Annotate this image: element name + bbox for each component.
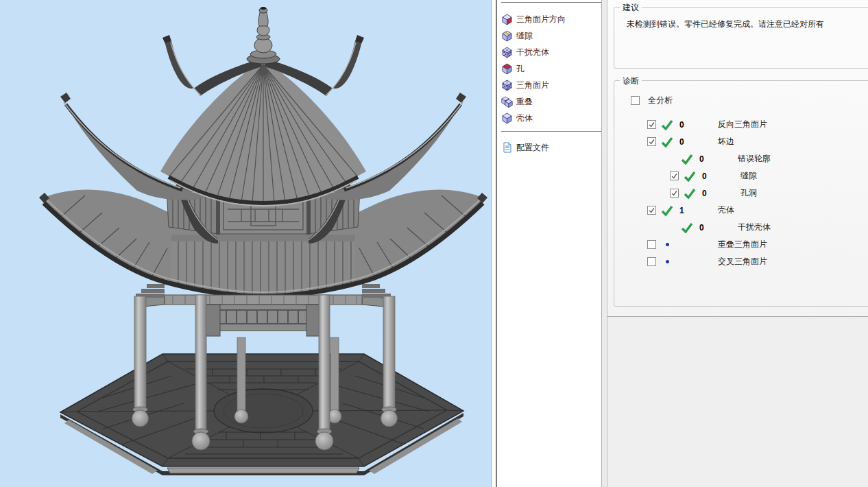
diagnosis-rows: 0 反向三角面片 0 坏边 0 错误轮廓 bbox=[614, 106, 868, 270]
sidebar-divider bbox=[501, 131, 601, 132]
ok-check-icon bbox=[684, 188, 696, 199]
row-checkbox[interactable] bbox=[670, 189, 679, 198]
row-checkbox[interactable] bbox=[647, 240, 656, 249]
sidebar-item-profile[interactable]: 配置文件 bbox=[503, 139, 601, 156]
sidebar-item-label: 孔 bbox=[516, 63, 525, 75]
pavilion-3d-model[interactable] bbox=[0, 0, 492, 487]
document-icon bbox=[503, 142, 512, 153]
row-checkbox[interactable] bbox=[670, 171, 679, 180]
model-viewport[interactable] bbox=[0, 0, 492, 487]
sidebar-item-label: 三角面片 bbox=[516, 80, 549, 91]
checkbox-check-icon bbox=[648, 206, 655, 214]
full-analysis-checkbox[interactable] bbox=[631, 96, 640, 105]
sidebar-item-triangle-orientation[interactable]: 三角面片方向 bbox=[501, 11, 601, 27]
cube-wireframe-icon bbox=[501, 80, 513, 91]
ok-check-icon bbox=[681, 154, 693, 165]
checkbox-check-icon bbox=[671, 189, 678, 197]
checkbox-check-icon bbox=[648, 138, 655, 145]
pending-dot-icon bbox=[666, 260, 669, 263]
diagnosis-row-holes: 0 孔洞 bbox=[614, 185, 868, 202]
sidebar-item-label: 重叠 bbox=[516, 96, 533, 108]
ok-check-icon bbox=[661, 136, 673, 147]
row-label: 交叉三角面片 bbox=[718, 256, 767, 268]
sidebar-item-label: 缝隙 bbox=[516, 30, 533, 42]
sidebar-item-label: 壳体 bbox=[516, 112, 533, 124]
sidebar-item-label: 三角面片方向 bbox=[516, 14, 566, 25]
diagnosis-row-overlapping-triangles: 重叠三角面片 bbox=[614, 236, 868, 253]
row-checkbox[interactable] bbox=[647, 206, 656, 215]
sidebar-item-gaps[interactable]: 缝隙 bbox=[501, 27, 601, 44]
pending-dot-icon bbox=[666, 243, 669, 246]
row-label: 反向三角面片 bbox=[718, 119, 767, 130]
fix-pages-sidebar: 三角面片方向 缝隙 bbox=[497, 0, 602, 487]
roof-finial bbox=[247, 7, 280, 64]
hexagonal-platform bbox=[60, 354, 463, 475]
row-count: 0 bbox=[699, 223, 738, 233]
diagnosis-row-inverted-triangles: 0 反向三角面片 bbox=[614, 116, 868, 133]
diagnosis-groupbox: 诊断 全分析 0 反向三角面片 bbox=[614, 80, 868, 307]
row-count: 0 bbox=[702, 171, 740, 181]
diagnostics-panel: 建议 未检测到错误。零件已经修复完成。请注意已经对所有 诊断 全分析 0 bbox=[607, 0, 868, 487]
row-checkbox[interactable] bbox=[647, 120, 656, 129]
diagnosis-row-intersecting-triangles: 交叉三角面片 bbox=[614, 253, 868, 270]
diagnosis-title: 诊断 bbox=[620, 75, 642, 87]
ok-check-icon bbox=[661, 205, 673, 216]
row-label: 壳体 bbox=[718, 204, 734, 216]
sidebar-item-label: 配置文件 bbox=[516, 142, 549, 154]
row-label: 干扰壳体 bbox=[738, 222, 771, 233]
sidebar-item-triangles[interactable]: 三角面片 bbox=[501, 77, 601, 93]
suggestion-text: 未检测到错误。零件已经修复完成。请注意已经对所有 bbox=[614, 8, 868, 30]
ok-check-icon bbox=[661, 119, 673, 130]
row-label: 孔洞 bbox=[740, 187, 757, 199]
cube-shell-icon bbox=[501, 112, 513, 124]
full-analysis-row: 全分析 bbox=[614, 81, 868, 106]
row-count: 0 bbox=[702, 189, 740, 198]
cube-gap-icon bbox=[501, 30, 513, 42]
fix-wizard-window: 三角面片方向 缝隙 bbox=[0, 0, 868, 487]
diagnosis-row-bad-edges: 0 坏边 bbox=[614, 133, 868, 150]
diagnosis-row-noise-shells: 0 干扰壳体 bbox=[614, 219, 868, 236]
sidebar-item-label: 干扰壳体 bbox=[516, 47, 549, 58]
row-count: 1 bbox=[679, 206, 718, 215]
row-label: 缝隙 bbox=[740, 170, 757, 182]
diagnostics-panel-bottom bbox=[607, 317, 868, 487]
cube-overlap-icon bbox=[501, 96, 513, 108]
row-checkbox[interactable] bbox=[647, 257, 656, 266]
diagnosis-row-gaps: 0 缝隙 bbox=[614, 167, 868, 185]
row-label: 错误轮廓 bbox=[738, 153, 771, 165]
fix-pages-list: 三角面片方向 缝隙 bbox=[497, 3, 601, 126]
diagnosis-row-shells: 1 壳体 bbox=[614, 202, 868, 219]
sidebar-item-noise-shells[interactable]: 干扰壳体 bbox=[501, 44, 601, 60]
row-count: 0 bbox=[679, 137, 718, 147]
checkbox-check-icon bbox=[671, 172, 678, 180]
sidebar-item-shells[interactable]: 壳体 bbox=[501, 110, 601, 126]
cube-noise-icon bbox=[501, 47, 513, 58]
panel-splitter[interactable] bbox=[602, 0, 607, 487]
sidebar-item-holes[interactable]: 孔 bbox=[501, 60, 601, 77]
diagnostics-panel-top: 建议 未检测到错误。零件已经修复完成。请注意已经对所有 诊断 全分析 0 bbox=[607, 0, 868, 317]
row-count: 0 bbox=[679, 120, 718, 130]
full-analysis-label: 全分析 bbox=[648, 95, 673, 106]
checkbox-check-icon bbox=[648, 121, 655, 128]
sidebar-item-overlaps[interactable]: 重叠 bbox=[501, 93, 601, 110]
suggestion-groupbox: 建议 未检测到错误。零件已经修复完成。请注意已经对所有 bbox=[614, 7, 868, 69]
row-label: 坏边 bbox=[718, 136, 734, 147]
cube-red-face-icon bbox=[501, 14, 513, 25]
panel-gutter bbox=[492, 0, 497, 487]
row-label: 重叠三角面片 bbox=[718, 239, 767, 250]
row-count: 0 bbox=[699, 154, 738, 164]
diagnosis-row-bad-contours: 0 错误轮廓 bbox=[614, 150, 868, 167]
suggestion-title: 建议 bbox=[620, 2, 642, 14]
ok-check-icon bbox=[681, 222, 693, 233]
row-checkbox[interactable] bbox=[647, 137, 656, 146]
cube-hole-icon bbox=[501, 63, 513, 75]
ok-check-icon bbox=[684, 171, 696, 182]
